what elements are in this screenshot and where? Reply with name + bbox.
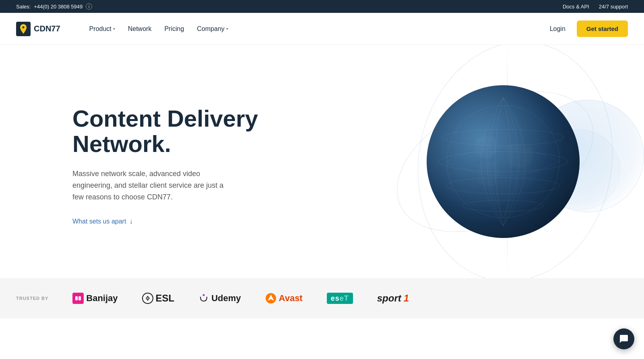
svg-rect-6 — [78, 296, 81, 300]
eset-logo: eseT — [327, 294, 353, 303]
top-bar-left: Sales: +44(0) 20 3808 5949 i — [16, 3, 92, 10]
udemy-icon — [198, 293, 209, 304]
nav-pricing[interactable]: Pricing — [159, 22, 189, 36]
svg-point-2 — [439, 152, 568, 172]
sport1-logo: sport1 — [377, 293, 409, 304]
udemy-logo: Udemy — [198, 293, 241, 304]
globe-main — [427, 85, 580, 238]
support-link[interactable]: 24/7 support — [599, 4, 628, 10]
main-nav: CDN77 Product ▾ Network Pricing Company … — [0, 13, 644, 45]
logo-text: CDN77 — [34, 24, 60, 33]
arrow-down-icon: ↓ — [129, 217, 133, 226]
svg-point-8 — [203, 294, 205, 296]
trusted-section: TRUSTED BY Banijay ESL — [0, 278, 644, 318]
svg-point-1 — [443, 129, 564, 146]
top-bar-right: Docs & API 24/7 support — [563, 4, 628, 10]
svg-point-3 — [447, 178, 559, 194]
login-link[interactable]: Login — [545, 22, 570, 36]
nav-product[interactable]: Product ▾ — [85, 22, 120, 36]
top-bar: Sales: +44(0) 20 3808 5949 i Docs & API … — [0, 0, 644, 13]
esl-icon — [142, 293, 153, 304]
hero-content: Content Delivery Network. Massive networ… — [72, 106, 258, 226]
nav-links: Product ▾ Network Pricing Company ▾ — [85, 22, 545, 36]
phone-link[interactable]: +44(0) 20 3808 5949 — [34, 4, 83, 10]
nav-network[interactable]: Network — [123, 22, 157, 36]
svg-rect-5 — [75, 296, 78, 300]
sales-label: Sales: — [16, 4, 31, 10]
globe-svg — [427, 85, 580, 238]
esl-logo: ESL — [142, 293, 175, 304]
hero-subtitle: Massive network scale, advanced video en… — [72, 168, 233, 203]
banijay-logo: Banijay — [72, 293, 118, 304]
info-icon[interactable]: i — [86, 3, 92, 10]
globe-container — [402, 45, 644, 278]
hero-section: Content Delivery Network. Massive networ… — [0, 45, 644, 278]
nav-company[interactable]: Company ▾ — [192, 22, 233, 36]
banijay-icon — [72, 293, 84, 304]
hero-title: Content Delivery Network. — [72, 106, 258, 157]
svg-point-4 — [463, 200, 543, 211]
logo-icon — [16, 22, 31, 36]
hero-globe-visual — [402, 45, 644, 278]
trusted-label: TRUSTED BY — [16, 296, 48, 301]
get-started-button[interactable]: Get started — [577, 21, 628, 37]
avast-icon — [265, 293, 277, 304]
nav-right: Login Get started — [545, 21, 628, 37]
logo-link[interactable]: CDN77 — [16, 22, 60, 36]
avast-logo: Avast — [265, 293, 303, 304]
what-sets-apart-link[interactable]: What sets us apart ↓ — [72, 217, 133, 226]
trusted-logos: Banijay ESL Udemy — [72, 293, 628, 304]
product-chevron-icon: ▾ — [113, 27, 115, 31]
company-chevron-icon: ▾ — [226, 27, 228, 31]
docs-api-link[interactable]: Docs & API — [563, 4, 589, 10]
